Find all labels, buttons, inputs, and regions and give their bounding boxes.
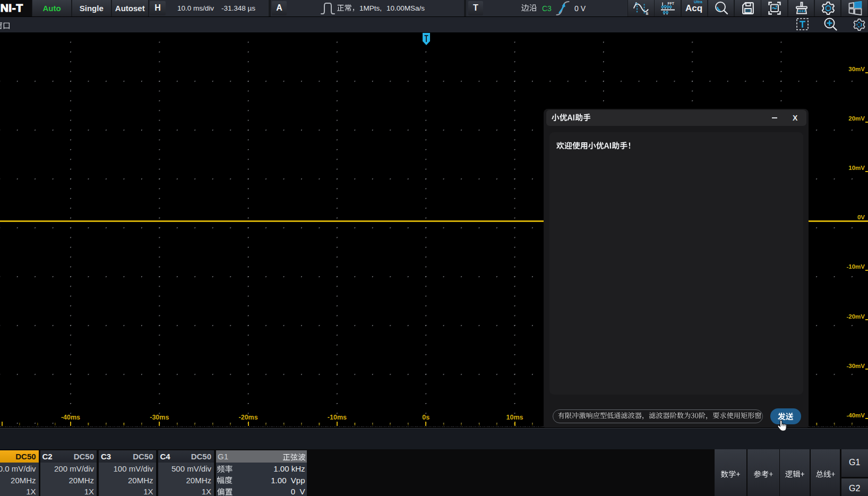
svg-text:B: B	[646, 12, 649, 15]
svg-text:FFT: FFT	[668, 2, 675, 5]
